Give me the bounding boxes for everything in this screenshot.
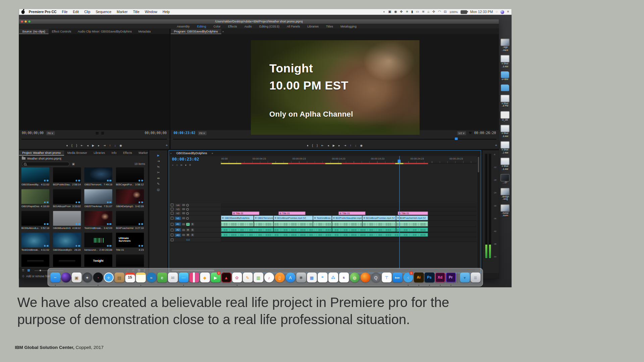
dock-app-icon[interactable]: ≈ [146, 273, 157, 285]
dock-app-icon[interactable]: Pr [445, 273, 456, 285]
timeline-video-clip[interactable]: B01ABoysPromise.mp4 [V] [362, 216, 396, 221]
project-item[interactable] [53, 254, 81, 267]
project-item[interactable]: G803SavedByDo... 26:20 [53, 233, 81, 251]
workspace-tab[interactable]: Editing [193, 24, 210, 28]
source-monitor-viewer[interactable] [19, 34, 169, 130]
dock-app-icon[interactable]: ▯ [274, 273, 285, 285]
timeline-audio-clip[interactable] [332, 227, 396, 232]
project-item-thumbnail[interactable] [21, 233, 49, 247]
source-transport-button[interactable]: ▶ [92, 142, 94, 149]
zoom-window-button[interactable] [29, 20, 31, 22]
desktop-icon[interactable]: n Shot ..2 AM [499, 141, 511, 154]
desktop-icon[interactable]: ..horse ..icorn [499, 204, 511, 217]
program-transport-button[interactable]: ◉ [360, 142, 363, 149]
project-item[interactable]: TestGridBreak... 4:11:02 [21, 233, 49, 251]
project-item-thumbnail[interactable]: Ultimate Survivors [116, 233, 144, 247]
sync-lock-icon[interactable] [182, 223, 185, 225]
project-item[interactable]: B03ItsAboutLo... 3:52:18 [21, 211, 49, 229]
project-item[interactable] [116, 254, 144, 267]
source-monitor-tab[interactable]: Source: (no clips) [19, 29, 48, 34]
dock-app-icon[interactable]: ✦ [82, 273, 93, 285]
track-header-v1[interactable]: V1 [169, 216, 221, 221]
track-header-v3[interactable]: V3 [169, 207, 221, 211]
project-item[interactable]: B02PublicSlau... 2:58:14 [53, 168, 81, 186]
solo-button[interactable]: S [191, 223, 194, 226]
minimize-window-button[interactable] [25, 20, 27, 22]
dock-app-icon[interactable]: ▶ 2 [210, 273, 221, 285]
project-item-thumbnail[interactable] [53, 189, 81, 204]
dock-app-icon[interactable]: Ps [424, 273, 435, 285]
dock-app-icon[interactable]: ✿ [232, 273, 242, 285]
project-panel-tab[interactable]: Effects [120, 150, 135, 156]
timeline-music-clip[interactable] [221, 233, 428, 237]
source-monitor-tab[interactable]: Effect Controls [49, 29, 74, 34]
project-item-name[interactable]: GB02TerroronI... [84, 183, 102, 186]
timeline-video-clip[interactable]: B01ABoysPromise.mp4 [V] [273, 216, 313, 221]
program-transport-button[interactable]: { [312, 142, 313, 149]
timeline-video-clip[interactable]: B04PoacherHell.mp4 [V] [396, 216, 428, 221]
source-monitor-tab[interactable]: Audio Clip Mixer: GB03SavedByDolphins [74, 29, 135, 34]
desktop-icon[interactable]: ..sign ..ment [499, 39, 511, 51]
dock-app-icon[interactable] [456, 273, 459, 285]
close-sequence-icon[interactable]: × [169, 152, 173, 155]
timeline-current-timecode[interactable]: 00:00:23:02 [172, 157, 199, 161]
mute-button[interactable]: M [186, 228, 190, 231]
timeline-video-clip[interactable]: TestGridBrea [313, 216, 332, 221]
menu-item[interactable]: Sequence [96, 10, 111, 14]
project-item-name[interactable]: GB03SavedBy... [21, 183, 40, 186]
source-current-timecode[interactable]: 00;00;00;00 [22, 131, 44, 135]
search-in-bin-icon[interactable]: ▣ [72, 162, 75, 166]
track-lane-v4[interactable] [221, 203, 477, 207]
project-item-thumbnail[interactable]: Tonight [84, 254, 112, 267]
program-transport-button[interactable]: ↑ [350, 142, 351, 149]
menu-item[interactable]: Edit [73, 10, 79, 14]
sequence-tab[interactable]: GB03SavedByDolphins [173, 150, 211, 156]
panel-menu-icon[interactable]: ≡ [210, 152, 214, 155]
dock-app-icon[interactable]: ✧ [103, 273, 114, 285]
project-item-name[interactable]: B02PublicSlau... [53, 183, 71, 186]
project-item-thumbnail[interactable] [116, 189, 144, 204]
mute-button[interactable]: M [186, 223, 190, 226]
dock-app-icon[interactable]: ◔ [93, 273, 103, 285]
menu-item[interactable]: Window [145, 10, 157, 14]
track-header-v2[interactable]: V2 [169, 212, 221, 216]
menubar-status-icon[interactable]: ≋ [422, 9, 425, 15]
track-visibility-eye-icon[interactable] [186, 217, 189, 219]
menu-item[interactable]: Marker [117, 10, 127, 14]
project-item-thumbnail[interactable] [116, 254, 144, 267]
source-transport-button[interactable]: ⇥ [103, 142, 105, 149]
bin-view-button[interactable]: ▦ [27, 269, 30, 272]
desktop-icon[interactable]: n Shot ..8 AM [499, 125, 511, 137]
project-panel-tab[interactable]: Project: Weather short promo [19, 150, 64, 156]
workspace-tab[interactable]: All Panels [283, 24, 304, 28]
project-item-thumbnail[interactable] [53, 168, 81, 182]
panel-menu-icon[interactable]: ≡ [221, 30, 225, 33]
dock-app-icon[interactable]: ✉ [168, 273, 178, 285]
project-item-thumbnail[interactable] [53, 233, 81, 247]
track-lane-master[interactable] [221, 238, 477, 242]
dock-app-icon[interactable]: ⁂ [328, 273, 338, 285]
source-transport-button[interactable]: ▸ [98, 142, 99, 149]
timeline-ruler[interactable]: 00:0000:00:04:2300:00:09:2300:00:14:2300… [221, 156, 477, 163]
workspace-tab[interactable]: Editing (CS5.5) [256, 24, 283, 28]
timeline-toolbar-icon[interactable]: ✛ [189, 163, 191, 167]
project-item-name[interactable]: TestGridBreak... [21, 248, 40, 251]
source-transport-button[interactable]: ◂ [87, 142, 88, 149]
program-monitor-tab[interactable]: Program: GB03SavedByDolphins [171, 29, 221, 34]
timeline-audio-clip[interactable] [221, 221, 254, 227]
tool-button[interactable]: ⇹ [157, 177, 160, 180]
dock-app-icon[interactable]: S [339, 273, 349, 285]
project-item[interactable]: GB04DefyingG... 3:42:09 [116, 189, 144, 207]
timeline-title-clip[interactable]: Title 01 [338, 212, 366, 215]
timeline-video-clip[interactable]: GB02Terroronice. [254, 216, 273, 221]
drag-audio-only-icon[interactable]: ▥ [101, 130, 104, 136]
dock-app-icon[interactable]: box [392, 273, 402, 285]
tool-button[interactable]: ► [157, 154, 160, 157]
dock-app-icon[interactable]: ✎ [243, 273, 253, 285]
apple-menu-icon[interactable] [21, 10, 25, 14]
dock-app-icon[interactable] [189, 273, 199, 285]
source-transport-button[interactable]: ↑ [109, 142, 111, 149]
menu-item[interactable]: Help [163, 10, 170, 14]
menu-item[interactable]: Clip [84, 10, 90, 14]
bin-view-button[interactable]: ☰ [22, 269, 24, 272]
